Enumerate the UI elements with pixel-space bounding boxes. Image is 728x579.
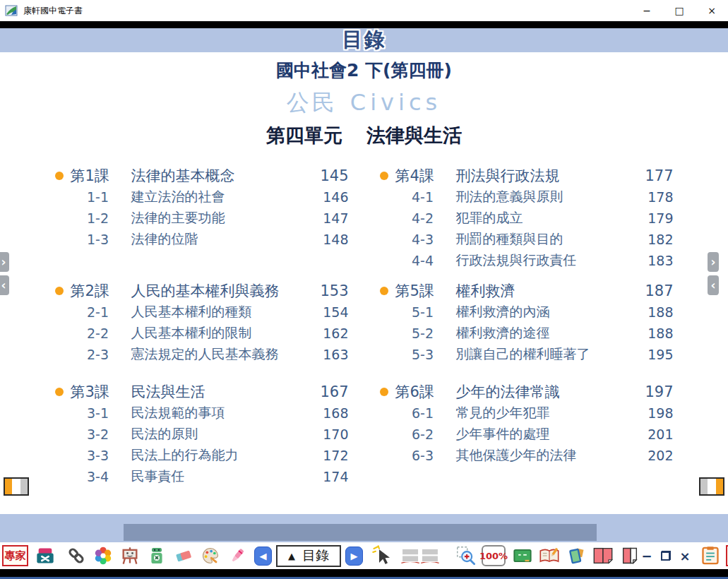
toc-subitem-row[interactable]: 4-4 行政法規與行政責任 183	[376, 250, 678, 271]
subitem-title: 別讓自己的權利睡著了	[452, 345, 638, 364]
window-maximize-button[interactable]: □	[663, 0, 696, 21]
lesson-page-number: 153	[314, 282, 353, 299]
subitem-title: 法律的主要功能	[127, 209, 314, 227]
lesson-label: 第1課	[69, 166, 127, 186]
lesson-header-row[interactable]: 第4課 刑法與行政法規 177	[376, 165, 678, 186]
workbook-icon[interactable]	[538, 544, 561, 567]
subitem-title: 其他保護少年的法律	[452, 446, 638, 465]
robot-eraser-icon[interactable]	[145, 544, 168, 567]
zoom-level-indicator[interactable]: 100%	[482, 545, 506, 566]
toolbox-icon[interactable]	[34, 544, 56, 567]
toc-subitem-row[interactable]: 5-1 權利救濟的內涵 188	[376, 302, 678, 323]
page-corner-flip-left-button[interactable]	[4, 477, 29, 496]
subitem-code: 6-2	[394, 426, 452, 442]
subitem-page-number: 174	[314, 469, 353, 484]
book-title: 國中社會2 下(第四冊)	[0, 59, 728, 82]
subitem-page-number: 183	[638, 253, 678, 268]
window-minimize-button[interactable]: −	[631, 0, 663, 21]
lesson-label: 第5課	[394, 281, 452, 301]
chevron-left-icon: ‹	[710, 278, 715, 292]
toc-subitem-row[interactable]: 4-2 犯罪的成立 179	[376, 208, 678, 229]
open-book-icon[interactable]	[400, 544, 441, 567]
pinwheel-icon[interactable]	[92, 544, 114, 567]
prev-page-button[interactable]: ◀	[254, 547, 272, 566]
toolbar-minimize-button[interactable]: −	[641, 544, 652, 567]
subitem-code: 4-4	[394, 253, 452, 268]
next-arrow-icon: ▶	[351, 551, 358, 561]
chalkboard-icon[interactable]	[511, 544, 534, 567]
easel-icon[interactable]	[119, 544, 141, 567]
toc-subitem-row[interactable]: 3-1 民法規範的事項 168	[51, 402, 353, 424]
lesson-title: 權利救濟	[452, 281, 638, 301]
next-page-button[interactable]: ▶	[345, 547, 363, 566]
two-page-view-icon[interactable]	[592, 544, 614, 567]
zoom-magnifier-icon[interactable]	[455, 544, 477, 567]
pointer-tool-icon[interactable]	[371, 544, 394, 567]
toc-subitem-row[interactable]: 5-3 別讓自己的權利睡著了 195	[376, 344, 678, 365]
subitem-title: 常見的少年犯罪	[452, 404, 638, 422]
toc-subitem-row[interactable]: 5-2 權利救濟的途徑 188	[376, 323, 678, 344]
lesson-bullet-icon	[380, 172, 388, 180]
toc-lesson: 第6課 少年的法律常識 197 6-1 常見的少年犯罪 198 6-2 少年事件…	[376, 381, 678, 466]
toc-subitem-row[interactable]: 4-3 刑罰的種類與目的 182	[376, 229, 678, 250]
one-page-view-icon[interactable]	[619, 544, 641, 567]
subitem-page-number: 198	[638, 405, 678, 421]
lesson-header-row[interactable]: 第3課 民法與生活 167	[51, 381, 353, 402]
toc-subitem-row[interactable]: 6-3 其他保護少年的法律 202	[376, 445, 678, 466]
restore-icon	[661, 551, 671, 561]
page-scrollbar[interactable]	[124, 524, 597, 541]
subitem-page-number: 147	[314, 210, 353, 226]
toc-subitem-row[interactable]: 2-3 憲法規定的人民基本義務 163	[51, 344, 353, 365]
app-logo-icon	[5, 4, 18, 17]
lesson-header-row[interactable]: 第2課 人民的基本權利與義務 153	[51, 280, 353, 302]
toc-subitem-row[interactable]: 6-2 少年事件的處理 201	[376, 424, 678, 445]
chevron-right-icon: ›	[710, 255, 715, 269]
subitem-title: 犯罪的成立	[452, 209, 638, 227]
expert-mode-button[interactable]: 專家	[2, 545, 28, 566]
window-close-button[interactable]: ×	[696, 0, 728, 21]
right-nav-forward-button[interactable]: ›	[708, 252, 719, 272]
lesson-header-row[interactable]: 第6課 少年的法律常識 197	[376, 381, 678, 402]
link-icon[interactable]	[65, 544, 88, 567]
lesson-header-row[interactable]: 第1課 法律的基本概念 145	[51, 165, 353, 186]
subitem-code: 1-3	[69, 232, 127, 247]
app-window: 康軒國中電子書 − □ × 目錄 國中社會2 下(第四冊) 公民Civics 第…	[0, 0, 728, 579]
subitem-page-number: 195	[638, 347, 678, 362]
page-header-banner: 目錄	[0, 28, 728, 52]
bottom-band	[0, 514, 728, 542]
lesson-bullet-icon	[380, 287, 388, 295]
toc-subitem-row[interactable]: 1-2 法律的主要功能 147	[51, 208, 353, 229]
chevron-left-icon: ‹	[1, 278, 6, 292]
subitem-code: 6-3	[394, 448, 452, 463]
lesson-page-number: 197	[638, 383, 678, 400]
clipboard-icon[interactable]	[699, 544, 722, 567]
left-nav-forward-button[interactable]: ›	[0, 252, 9, 272]
toc-subitem-row[interactable]: 6-1 常見的少年犯罪 198	[376, 402, 678, 424]
toc-subitem-row[interactable]: 3-4 民事責任 174	[51, 466, 353, 487]
toc-subitem-row[interactable]: 4-1 刑法的意義與原則 178	[376, 186, 678, 208]
page-corner-flip-right-button[interactable]	[699, 477, 724, 496]
toc-subitem-row[interactable]: 3-3 民法上的行為能力 172	[51, 445, 353, 466]
toolbar-close-button[interactable]: ×	[679, 544, 691, 567]
toc-subitem-row[interactable]: 1-1 建立法治的社會 146	[51, 186, 353, 208]
subitem-page-number: 170	[314, 426, 353, 442]
left-nav-back-button[interactable]: ‹	[0, 275, 9, 295]
toc-subitem-row[interactable]: 1-3 法律的位階 148	[51, 229, 353, 250]
toc-subitem-row[interactable]: 3-2 民法的原則 170	[51, 424, 353, 445]
toc-subitem-row[interactable]: 2-2 人民基本權利的限制 162	[51, 323, 353, 344]
page-indicator-box[interactable]: ▲ 目錄	[276, 545, 341, 567]
toc-subitem-row[interactable]: 2-1 人民基本權利的種類 154	[51, 302, 353, 323]
subitem-code: 1-2	[69, 210, 127, 226]
current-page-label: 目錄	[302, 547, 329, 565]
subitem-title: 法律的位階	[127, 230, 314, 249]
tablet-icon[interactable]	[565, 544, 587, 567]
subitem-page-number: 178	[638, 189, 678, 205]
toolbar-restore-button[interactable]	[661, 544, 671, 567]
right-nav-back-button[interactable]: ‹	[708, 275, 719, 295]
eraser-icon[interactable]	[172, 544, 195, 567]
subitem-page-number: 154	[314, 304, 353, 320]
marker-icon[interactable]	[226, 544, 249, 567]
palette-icon[interactable]	[199, 544, 222, 567]
lesson-header-row[interactable]: 第5課 權利救濟 187	[376, 280, 678, 302]
unit-title: 法律與生活	[366, 124, 462, 146]
